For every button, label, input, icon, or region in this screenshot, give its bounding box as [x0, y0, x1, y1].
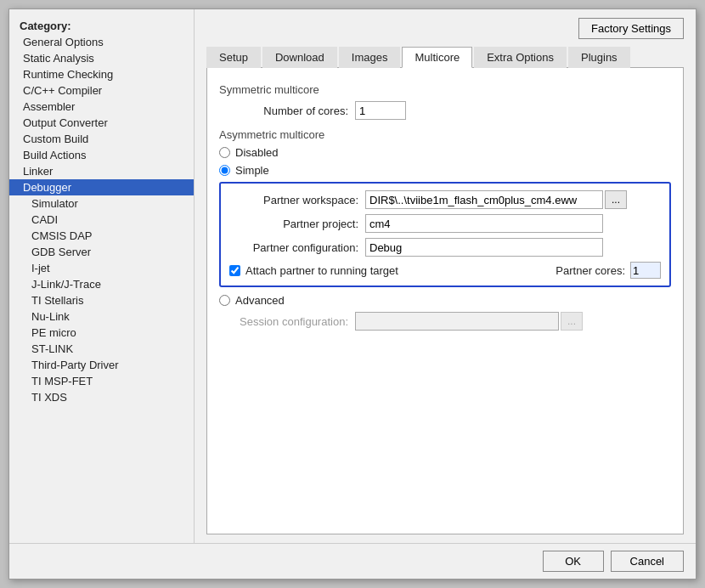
simple-radio-label[interactable]: Simple: [235, 164, 269, 177]
factory-settings-button[interactable]: Factory Settings: [578, 18, 684, 39]
num-cores-label: Number of cores:: [219, 105, 355, 117]
cancel-button[interactable]: Cancel: [611, 551, 684, 572]
sidebar: Category: General OptionsStatic Analysis…: [9, 9, 195, 543]
partner-cores-input[interactable]: [630, 262, 661, 279]
sidebar-item-cmsis-dap[interactable]: CMSIS DAP: [9, 228, 194, 244]
num-cores-row: Number of cores:: [219, 101, 671, 120]
partner-project-row: Partner project:: [229, 214, 661, 233]
attach-checkbox[interactable]: [229, 265, 240, 276]
dialog: Category: General OptionsStatic Analysis…: [8, 8, 697, 580]
sidebar-item-build-actions[interactable]: Build Actions: [9, 147, 194, 163]
disabled-radio[interactable]: [219, 147, 230, 158]
tab-plugins[interactable]: Plugins: [568, 47, 630, 68]
panel: Symmetric multicore Number of cores: Asy…: [206, 68, 684, 534]
simple-radio[interactable]: [219, 165, 230, 176]
sidebar-item-simulator[interactable]: Simulator: [9, 195, 194, 212]
sidebar-item-ti-xds[interactable]: TI XDS: [9, 389, 194, 405]
simple-radio-row: Simple: [219, 164, 671, 177]
partner-workspace-input[interactable]: [365, 190, 603, 209]
sidebar-item-pe-micro[interactable]: PE micro: [9, 325, 194, 341]
tab-setup[interactable]: Setup: [206, 47, 261, 68]
dialog-footer: OK Cancel: [9, 543, 696, 579]
sidebar-item-gdb-server[interactable]: GDB Server: [9, 244, 194, 260]
tab-images[interactable]: Images: [339, 47, 401, 68]
tab-download[interactable]: Download: [262, 47, 337, 68]
attach-partner-row: Attach partner to running target Partner…: [229, 262, 661, 279]
partner-config-input[interactable]: [365, 238, 603, 257]
sidebar-item-nu-link[interactable]: Nu-Link: [9, 308, 194, 325]
partner-workspace-row: Partner workspace: ...: [229, 190, 661, 209]
num-cores-input[interactable]: [355, 101, 406, 120]
partner-cores-label: Partner cores:: [556, 264, 625, 277]
sidebar-item-cpp-compiler[interactable]: C/C++ Compiler: [9, 82, 194, 99]
tabs-container: SetupDownloadImagesMulticoreExtra Option…: [206, 46, 684, 68]
sidebar-item-runtime-checking[interactable]: Runtime Checking: [9, 66, 194, 82]
browse-session-button: ...: [561, 312, 583, 331]
sidebar-item-third-party-driver[interactable]: Third-Party Driver: [9, 357, 194, 373]
sidebar-item-st-link[interactable]: ST-LINK: [9, 341, 194, 357]
tab-extra-options[interactable]: Extra Options: [474, 47, 567, 68]
advanced-radio-row: Advanced: [219, 294, 671, 307]
sidebar-item-jlink-jtrace[interactable]: J-Link/J-Trace: [9, 276, 194, 292]
partner-workspace-label: Partner workspace:: [229, 194, 365, 206]
ok-button[interactable]: OK: [543, 551, 604, 572]
sidebar-item-ti-msp-fet[interactable]: TI MSP-FET: [9, 373, 194, 389]
advanced-radio-label[interactable]: Advanced: [235, 294, 285, 307]
session-config-label: Session configuration:: [219, 315, 355, 328]
symmetric-label: Symmetric multicore: [219, 83, 671, 96]
partner-project-label: Partner project:: [229, 218, 365, 230]
partner-config-label: Partner configuration:: [229, 241, 365, 254]
sidebar-item-general-options[interactable]: General Options: [9, 34, 194, 50]
top-bar: Factory Settings: [206, 18, 684, 39]
tab-multicore[interactable]: Multicore: [402, 47, 472, 68]
attach-label[interactable]: Attach partner to running target: [245, 264, 398, 277]
sidebar-item-debugger[interactable]: Debugger: [9, 179, 194, 195]
asymmetric-section: Asymmetric multicore Disabled Simple: [219, 128, 671, 331]
sidebar-item-output-converter[interactable]: Output Converter: [9, 115, 194, 131]
session-config-input: [355, 312, 559, 331]
category-label: Category:: [9, 16, 194, 34]
sidebar-item-linker[interactable]: Linker: [9, 163, 194, 179]
session-config-row: Session configuration: ...: [219, 312, 671, 331]
partner-config-row: Partner configuration:: [229, 238, 661, 257]
symmetric-section: Symmetric multicore Number of cores:: [219, 83, 671, 120]
advanced-radio[interactable]: [219, 295, 230, 306]
sidebar-item-static-analysis[interactable]: Static Analysis: [9, 50, 194, 66]
disabled-radio-row: Disabled: [219, 146, 671, 159]
asymmetric-label: Asymmetric multicore: [219, 128, 671, 141]
sidebar-item-i-jet[interactable]: I-jet: [9, 260, 194, 276]
browse-workspace-button[interactable]: ...: [605, 190, 627, 209]
sidebar-item-custom-build[interactable]: Custom Build: [9, 131, 194, 147]
sidebar-item-cadi[interactable]: CADI: [9, 212, 194, 228]
partner-project-input[interactable]: [365, 214, 603, 233]
sidebar-item-assembler[interactable]: Assembler: [9, 99, 194, 115]
main-content: Factory Settings SetupDownloadImagesMult…: [195, 9, 696, 543]
disabled-radio-label[interactable]: Disabled: [235, 146, 279, 159]
sidebar-item-ti-stellaris[interactable]: TI Stellaris: [9, 292, 194, 308]
simple-box: Partner workspace: ... Partner project: …: [219, 182, 671, 287]
